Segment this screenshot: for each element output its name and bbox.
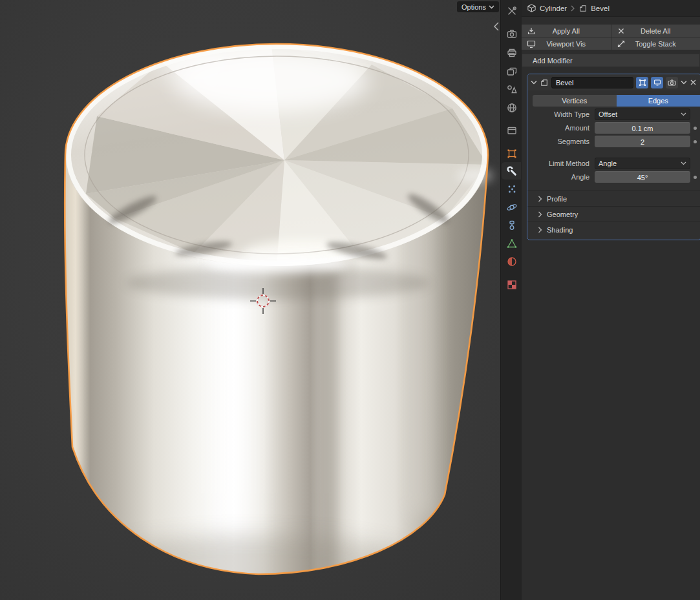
viewport-scene (0, 0, 500, 600)
tab-scene[interactable] (502, 81, 522, 98)
bevel-modifier-icon (540, 78, 549, 87)
render-toggle[interactable] (666, 77, 678, 88)
limit-method-row: Limit Method Angle (533, 158, 700, 169)
panel-expand-chevron-icon[interactable] (531, 80, 537, 85)
tab-object-data[interactable] (502, 234, 522, 252)
blender-window: Options (0, 0, 700, 600)
display-icon (527, 39, 536, 48)
tab-world[interactable] (502, 99, 522, 116)
amount-label: Amount (533, 124, 595, 132)
tab-constraints[interactable] (502, 216, 522, 234)
shading-section-header[interactable]: Shading (527, 222, 700, 237)
bevel-modifier-panel: Bevel (527, 74, 700, 240)
globe-icon (506, 102, 518, 114)
x-icon (617, 26, 626, 36)
render-camera-icon (506, 28, 518, 40)
collection-box-icon (506, 125, 518, 136)
add-modifier-label: Add Modifier (533, 57, 573, 65)
decorator-dot[interactable] (694, 127, 697, 130)
scene-icon (506, 84, 518, 96)
width-type-value: Offset (599, 110, 617, 118)
camera-icon (668, 79, 676, 87)
object-cube-icon (527, 3, 536, 13)
tab-material[interactable] (502, 253, 522, 270)
cylinder-object[interactable] (48, 44, 493, 600)
profile-section-header[interactable]: Profile (527, 191, 700, 206)
apply-import-icon (527, 26, 536, 36)
material-sphere-icon (506, 256, 518, 267)
edit-mode-cage-icon (639, 79, 646, 87)
decorator-dot[interactable] (694, 140, 697, 143)
apply-all-button[interactable]: Apply All (522, 25, 611, 37)
width-type-row: Width Type Offset (533, 109, 700, 120)
amount-row: Amount 0.1 cm (533, 122, 700, 134)
chevron-down-icon (681, 161, 686, 165)
remove-modifier-x-icon[interactable] (690, 79, 697, 86)
breadcrumb-object[interactable]: Cylinder (540, 5, 567, 12)
expand-arrows-icon (617, 39, 626, 48)
chevron-right-icon (538, 227, 542, 233)
realtime-display-toggle[interactable] (651, 77, 663, 88)
tab-view-layer[interactable] (502, 63, 522, 80)
extras-menu-chevron-icon[interactable] (681, 80, 687, 85)
angle-field[interactable]: 45° (595, 171, 690, 183)
width-type-dropdown[interactable]: Offset (595, 109, 690, 120)
viewport-vis-label: Viewport Vis (546, 40, 586, 48)
tool-icon (506, 5, 518, 17)
chevron-down-icon (681, 112, 686, 116)
profile-section-label: Profile (547, 195, 567, 203)
delete-all-label: Delete All (641, 27, 670, 35)
affect-segmented-control: Vertices Edges (533, 95, 700, 107)
tab-collection[interactable] (502, 121, 522, 139)
affect-vertices-button[interactable]: Vertices (533, 95, 617, 107)
limit-method-label: Limit Method (533, 160, 595, 167)
add-modifier-button[interactable]: Add Modifier (522, 54, 700, 67)
geometry-section-header[interactable]: Geometry (527, 206, 700, 222)
breadcrumb: Cylinder Bevel (522, 0, 700, 17)
modifier-panel-header[interactable]: Bevel (527, 74, 700, 90)
angle-row: Angle 45° (533, 171, 700, 183)
segments-field[interactable]: 2 (595, 136, 690, 147)
tab-particles[interactable] (502, 180, 522, 198)
properties-editor: Cylinder Bevel Apply All (521, 0, 700, 600)
affect-edges-button[interactable]: Edges (617, 95, 700, 107)
mesh-data-icon (506, 238, 518, 249)
physics-orbit-icon (506, 202, 518, 213)
3d-viewport[interactable]: Options (0, 0, 500, 600)
texture-checker-icon (506, 279, 518, 291)
constraint-clamp-icon (506, 220, 518, 231)
width-type-label: Width Type (533, 110, 595, 118)
tab-tool[interactable] (502, 2, 522, 19)
wrench-icon (506, 165, 518, 177)
tab-object[interactable] (502, 145, 522, 162)
properties-tab-bar (500, 0, 521, 600)
breadcrumb-modifier[interactable]: Bevel (591, 5, 610, 12)
chevron-right-icon (538, 211, 542, 218)
sidebar-collapse-arrow-icon[interactable] (493, 21, 500, 32)
monitor-icon (653, 79, 661, 87)
tab-modifiers-active[interactable] (502, 162, 522, 180)
toggle-stack-label: Toggle Stack (635, 40, 676, 48)
geometry-section-label: Geometry (547, 211, 578, 218)
limit-method-value: Angle (599, 160, 617, 167)
options-label: Options (461, 3, 486, 11)
amount-field[interactable]: 0.1 cm (595, 122, 690, 134)
delete-all-button[interactable]: Delete All (611, 25, 700, 37)
object-properties-icon (506, 148, 518, 160)
tab-render[interactable] (502, 25, 522, 43)
viewport-vis-button[interactable]: Viewport Vis (522, 37, 611, 50)
bevel-modifier-icon (578, 4, 588, 13)
edit-mode-toggle[interactable] (636, 77, 648, 88)
toggle-stack-button[interactable]: Toggle Stack (611, 37, 700, 50)
limit-method-dropdown[interactable]: Angle (595, 158, 690, 169)
angle-label: Angle (533, 173, 595, 181)
modifier-name-input[interactable]: Bevel (551, 77, 633, 88)
options-button[interactable]: Options (457, 1, 499, 12)
particles-icon (506, 183, 518, 195)
tab-physics[interactable] (502, 198, 522, 216)
tab-texture[interactable] (502, 276, 522, 293)
decorator-dot[interactable] (694, 176, 697, 179)
tab-output[interactable] (502, 44, 522, 61)
segments-row: Segments 2 (533, 136, 700, 147)
apply-all-label: Apply All (553, 27, 580, 35)
